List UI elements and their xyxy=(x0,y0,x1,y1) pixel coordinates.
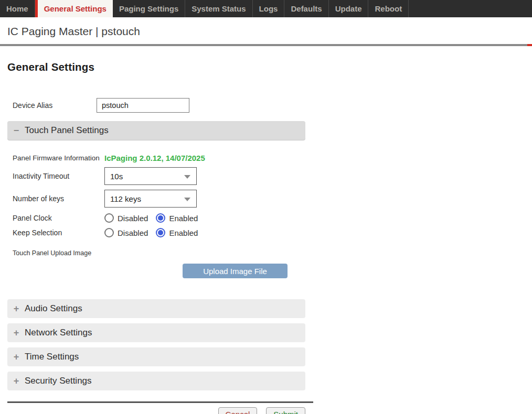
nav-tab-general-settings[interactable]: General Settings xyxy=(35,0,113,17)
panel-clock-disabled-radio[interactable] xyxy=(104,213,114,223)
header-divider xyxy=(0,44,532,46)
expand-plus-icon: + xyxy=(13,376,20,386)
firmware-value: IcPaging 2.0.12, 14/07/2025 xyxy=(104,154,205,162)
keep-selection-enabled-label: Enabled xyxy=(169,228,198,237)
section-network-settings[interactable]: + Network Settings xyxy=(7,323,305,342)
nav-tab-paging-settings[interactable]: Paging Settings xyxy=(113,0,185,17)
nav-tab-defaults[interactable]: Defaults xyxy=(284,0,328,17)
panel-clock-label: Panel Clock xyxy=(7,214,104,222)
nav-tab-reboot[interactable]: Reboot xyxy=(368,0,409,17)
footer-divider xyxy=(7,401,313,403)
firmware-row: Panel Firmware Information IcPaging 2.0.… xyxy=(7,154,532,162)
section-title: Audio Settings xyxy=(25,303,82,314)
firmware-label: Panel Firmware Information xyxy=(7,154,104,162)
app-header: IC Paging Master | pstouch xyxy=(0,17,532,44)
section-time-settings[interactable]: + Time Settings xyxy=(7,347,305,366)
chevron-down-icon xyxy=(184,175,190,179)
collapsed-sections: + Audio Settings + Network Settings + Ti… xyxy=(7,299,532,390)
chevron-down-icon xyxy=(184,198,190,201)
nav-tab-logs[interactable]: Logs xyxy=(253,0,285,17)
footer-buttons: Cancel Submit xyxy=(7,407,305,414)
device-alias-row: Device Alias xyxy=(7,98,532,113)
number-of-keys-label: Number of keys xyxy=(7,194,104,203)
panel-clock-enabled-label: Enabled xyxy=(169,214,198,223)
expand-plus-icon: + xyxy=(13,304,20,313)
panel-clock-row: Panel Clock Disabled Enabled xyxy=(7,213,532,223)
top-nav: Home General Settings Paging Settings Sy… xyxy=(0,0,532,17)
panel-clock-disabled-label: Disabled xyxy=(118,214,148,223)
main-content: General Settings Device Alias − Touch Pa… xyxy=(0,61,532,414)
device-alias-label: Device Alias xyxy=(7,101,97,110)
submit-button[interactable]: Submit xyxy=(266,407,305,414)
keep-selection-disabled-radio[interactable] xyxy=(104,228,114,237)
keep-selection-enabled-radio[interactable] xyxy=(156,228,165,237)
page-title: General Settings xyxy=(7,61,532,73)
number-of-keys-select[interactable]: 112 keys xyxy=(104,190,197,208)
header-divider-red-accent xyxy=(527,44,532,46)
section-touch-panel-settings[interactable]: − Touch Panel Settings xyxy=(7,121,305,140)
upload-image-file-button[interactable]: Upload Image File xyxy=(183,264,288,278)
keep-selection-label: Keep Selection xyxy=(7,228,104,237)
keep-selection-disabled-label: Disabled xyxy=(118,228,148,237)
number-of-keys-row: Number of keys 112 keys xyxy=(7,190,532,208)
device-alias-input[interactable] xyxy=(97,98,189,113)
inactivity-timeout-value: 10s xyxy=(110,172,123,181)
collapse-minus-icon: − xyxy=(13,126,20,135)
expand-plus-icon: + xyxy=(13,352,20,362)
inactivity-timeout-label: Inactivity Timeout xyxy=(7,172,104,180)
upload-image-label: Touch Panel Upload Image xyxy=(7,249,532,257)
expand-plus-icon: + xyxy=(13,328,20,337)
section-title: Security Settings xyxy=(25,376,92,386)
panel-clock-enabled-radio[interactable] xyxy=(156,213,165,223)
inactivity-timeout-select[interactable]: 10s xyxy=(104,167,197,185)
app-title: IC Paging Master | pstouch xyxy=(7,25,532,38)
nav-tab-update[interactable]: Update xyxy=(329,0,369,17)
section-title: Time Settings xyxy=(25,352,79,362)
nav-tab-system-status[interactable]: System Status xyxy=(185,0,252,17)
number-of-keys-value: 112 keys xyxy=(110,194,141,203)
nav-tab-home[interactable]: Home xyxy=(0,0,35,17)
section-title: Touch Panel Settings xyxy=(25,125,109,136)
section-security-settings[interactable]: + Security Settings xyxy=(7,372,305,390)
section-audio-settings[interactable]: + Audio Settings xyxy=(7,299,305,318)
cancel-button[interactable]: Cancel xyxy=(218,407,258,414)
keep-selection-row: Keep Selection Disabled Enabled xyxy=(7,227,532,238)
inactivity-timeout-row: Inactivity Timeout 10s xyxy=(7,167,532,185)
section-title: Network Settings xyxy=(25,328,92,338)
